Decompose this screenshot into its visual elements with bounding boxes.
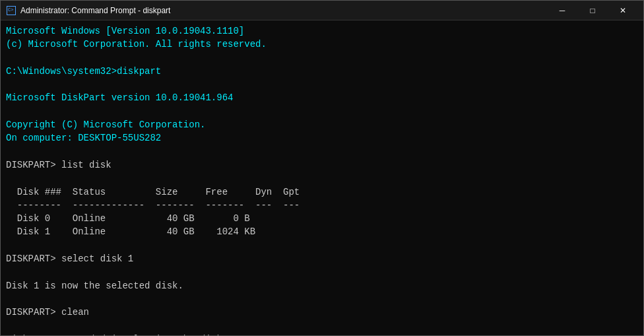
maximize-button[interactable]: □ — [577, 1, 608, 20]
terminal-line — [6, 51, 638, 65]
minimize-button[interactable]: ─ — [547, 1, 577, 20]
cmd-icon — [6, 5, 16, 16]
terminal-line — [6, 145, 638, 158]
terminal-line — [6, 78, 638, 91]
terminal-line — [6, 319, 638, 333]
terminal-line: DiskPart succeeded in cleaning the disk. — [6, 333, 638, 335]
terminal-line: Disk ### Status Size Free Dyn Gpt — [6, 185, 638, 199]
terminal-line: -------- ------------- ------- ------- -… — [6, 199, 638, 212]
title-bar-left: Administrator: Command Prompt - diskpart — [6, 5, 170, 16]
terminal-line — [6, 105, 638, 118]
terminal-line: Disk 1 Online 40 GB 1024 KB — [6, 225, 638, 238]
terminal-line: Microsoft Windows [Version 10.0.19043.11… — [6, 24, 638, 38]
terminal-line — [6, 172, 638, 185]
terminal-line: Disk 0 Online 40 GB 0 B — [6, 212, 638, 225]
terminal-line: (c) Microsoft Corporation. All rights re… — [6, 38, 638, 51]
terminal-line: C:\Windows\system32>diskpart — [6, 65, 638, 78]
terminal-line: Disk 1 is now the selected disk. — [6, 279, 638, 292]
terminal-line — [6, 292, 638, 306]
terminal-body[interactable]: Microsoft Windows [Version 10.0.19043.11… — [1, 20, 643, 335]
close-button[interactable]: ✕ — [608, 1, 638, 20]
terminal-line — [6, 265, 638, 279]
terminal-line: On computer: DESKTOP-55US282 — [6, 131, 638, 145]
terminal-line: DISKPART> clean — [6, 306, 638, 319]
title-bar-controls: ─ □ ✕ — [547, 1, 638, 20]
terminal-line: DISKPART> list disk — [6, 158, 638, 172]
window-title: Administrator: Command Prompt - diskpart — [20, 6, 170, 15]
terminal-line: Copyright (C) Microsoft Corporation. — [6, 118, 638, 131]
command-prompt-window: Administrator: Command Prompt - diskpart… — [0, 0, 644, 336]
terminal-line: Microsoft DiskPart version 10.0.19041.96… — [6, 91, 638, 104]
terminal-line — [6, 239, 638, 252]
title-bar: Administrator: Command Prompt - diskpart… — [1, 1, 643, 20]
terminal-line: DISKPART> select disk 1 — [6, 252, 638, 265]
